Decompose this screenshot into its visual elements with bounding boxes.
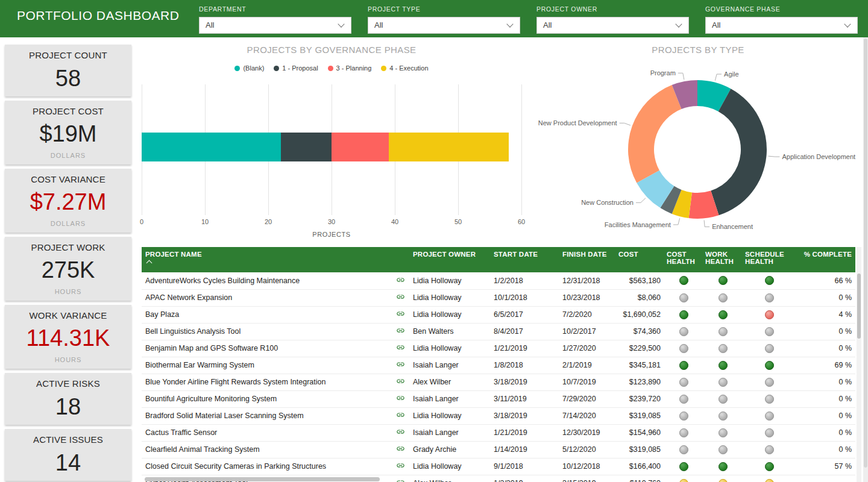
health-indicator-gray (765, 412, 774, 421)
health-indicator-gray (679, 344, 688, 353)
table-row[interactable]: AdventureWorks Cycles Building Maintenan… (142, 272, 855, 289)
table-row[interactable]: Benjamin Map and GPS Software R100Lidia … (142, 340, 855, 357)
column-header-cost-health[interactable]: COST HEALTH (664, 247, 703, 272)
legend-item-1-proposal[interactable]: 1 - Proposal (274, 64, 318, 72)
gridline (521, 84, 522, 215)
bar-segment-blank[interactable] (142, 133, 281, 161)
portfolio-dashboard-page: PORTFOLIO DASHBOARD DEPARTMENTAllPROJECT… (0, 0, 868, 482)
link-icon[interactable] (396, 360, 405, 369)
filter-label: PROJECT TYPE (368, 5, 520, 13)
table-scrollbar-thumb[interactable] (857, 274, 861, 339)
legend-item-blank[interactable]: (Blank) (234, 64, 264, 72)
cell-cost-health (664, 475, 703, 482)
table-row[interactable]: Clearfield Animal Tracking SystemGrady A… (142, 441, 855, 458)
cell-project-owner: Isaiah Langer (410, 390, 491, 407)
cell-work-health (703, 458, 743, 475)
page-scrollbar-thumb[interactable] (864, 39, 867, 468)
link-icon[interactable] (396, 393, 405, 402)
filter-dropdown-governance-phase[interactable]: All (705, 17, 858, 34)
column-header-finish-date[interactable]: FINISH DATE (560, 247, 616, 272)
cell-cost-health (664, 374, 703, 390)
cell-finish-date: 2/1/2019 (560, 357, 616, 374)
link-icon[interactable] (396, 377, 405, 386)
link-icon[interactable] (396, 427, 405, 436)
column-header-link[interactable] (390, 247, 410, 272)
column-header-schedule-health[interactable]: SCHEDULE HEALTH (743, 247, 796, 272)
bar-plot: 0102030405060 (142, 84, 521, 215)
page-scrollbar[interactable] (863, 37, 868, 482)
cell-start-date: 3/11/2019 (491, 390, 560, 407)
column-header-start-date[interactable]: START DATE (491, 247, 560, 272)
health-indicator-gray (679, 445, 688, 454)
table-row[interactable]: Blue Yonder Airline Flight Rewards Syste… (142, 374, 855, 390)
header-bar: PORTFOLIO DASHBOARD DEPARTMENTAllPROJECT… (0, 0, 868, 37)
link-icon[interactable] (396, 410, 405, 419)
filter-dropdown-department[interactable]: All (199, 17, 351, 34)
cell-finish-date: 12/30/2019 (560, 424, 616, 441)
donut-slice-new-product-development[interactable] (628, 85, 681, 183)
page-title: PORTFOLIO DASHBOARD (17, 8, 179, 23)
table-row[interactable]: Bay PlazaLidia Holloway6/5/20177/2/2020$… (142, 306, 855, 323)
link-icon[interactable] (396, 478, 405, 482)
donut-label-new-product-development: New Product Development (538, 119, 617, 127)
donut-label-program: Program (650, 69, 676, 77)
link-icon[interactable] (396, 461, 405, 470)
kpi-title: WORK VARIANCE (29, 310, 107, 321)
table-vertical-scrollbar[interactable] (857, 247, 861, 482)
link-icon[interactable] (396, 444, 405, 453)
cell-project-owner: Isaiah Langer (410, 357, 491, 374)
table-row[interactable]: Cactus Traffic SensorIsaiah Langer1/21/2… (142, 424, 855, 441)
cell-finish-date: 7/29/2020 (560, 390, 616, 407)
kpi-value: 18 (55, 389, 81, 425)
column-header-label: PROJECT NAME (145, 251, 202, 258)
column-header-project-name[interactable]: PROJECT NAME (142, 247, 390, 272)
health-indicator-green (679, 462, 688, 471)
cell-project-name: AdventureWorks Cycles Building Maintenan… (142, 272, 390, 289)
link-icon[interactable] (396, 275, 405, 284)
filter-dropdown-project-owner[interactable]: All (536, 17, 689, 34)
column-header-work-health[interactable]: WORK HEALTH (703, 247, 743, 272)
cell-cost-health (664, 340, 703, 357)
link-icon[interactable] (396, 343, 405, 352)
cell-link (390, 272, 410, 289)
column-header-complete[interactable]: % COMPLETE (796, 247, 855, 272)
cell-start-date: 6/5/2017 (491, 306, 560, 323)
table-body: AdventureWorks Cycles Building Maintenan… (142, 272, 855, 482)
table-row[interactable]: APAC Network ExpansionLidia Holloway10/1… (142, 289, 855, 306)
table-horizontal-scrollbar-thumb[interactable] (145, 477, 380, 481)
health-indicator-gray (765, 327, 774, 336)
cell-percent-complete: 0 % (796, 441, 855, 458)
cell-finish-date: 5/12/2020 (560, 441, 616, 458)
column-header-project-owner[interactable]: PROJECT OWNER (410, 247, 491, 272)
health-indicator-gray (765, 395, 774, 404)
link-icon[interactable] (396, 292, 405, 301)
cell-link (390, 357, 410, 374)
link-icon[interactable] (396, 326, 405, 335)
table-row[interactable]: Bell Linguistics Analysis ToolBen Walter… (142, 323, 855, 340)
projects-by-type-chart: PROJECTS BY TYPE AgileApplication Develo… (530, 42, 866, 247)
legend-label: (Blank) (243, 64, 264, 72)
legend-item-4-execution[interactable]: 4 - Execution (381, 64, 428, 72)
table-row[interactable]: Closed Circuit Security Cameras in Parki… (142, 458, 855, 475)
cell-project-owner: Grady Archie (410, 441, 491, 458)
kpi-unit: HOURS (55, 288, 82, 295)
table-row[interactable]: Bradford Solid Material Laser Scanning S… (142, 407, 855, 424)
legend-dot (328, 66, 333, 71)
cell-link (390, 458, 410, 475)
legend-item-3-planning[interactable]: 3 - Planning (328, 64, 372, 72)
table-row[interactable]: Biothermal Ear Warming SystemIsaiah Lang… (142, 357, 855, 374)
cell-schedule-health (743, 475, 796, 482)
donut-label-line (620, 123, 631, 125)
bar-segment-3-planning[interactable] (332, 133, 389, 161)
kpi-card-active-risks: ACTIVE RISKS18 (5, 373, 131, 425)
cell-start-date: 1/8/2018 (491, 357, 560, 374)
cell-link (390, 441, 410, 458)
filter-dropdown-project-type[interactable]: All (368, 17, 520, 34)
bar-segment-1-proposal[interactable] (281, 133, 332, 161)
bar-segment-4-execution[interactable] (389, 133, 509, 161)
filter-label: GOVERNANCE PHASE (705, 5, 858, 13)
link-icon[interactable] (396, 309, 405, 318)
table-row[interactable]: Bountiful Agriculture Monitoring SystemI… (142, 390, 855, 407)
column-header-cost[interactable]: COST (616, 247, 664, 272)
cell-project-name: Closed Circuit Security Cameras in Parki… (142, 458, 390, 475)
